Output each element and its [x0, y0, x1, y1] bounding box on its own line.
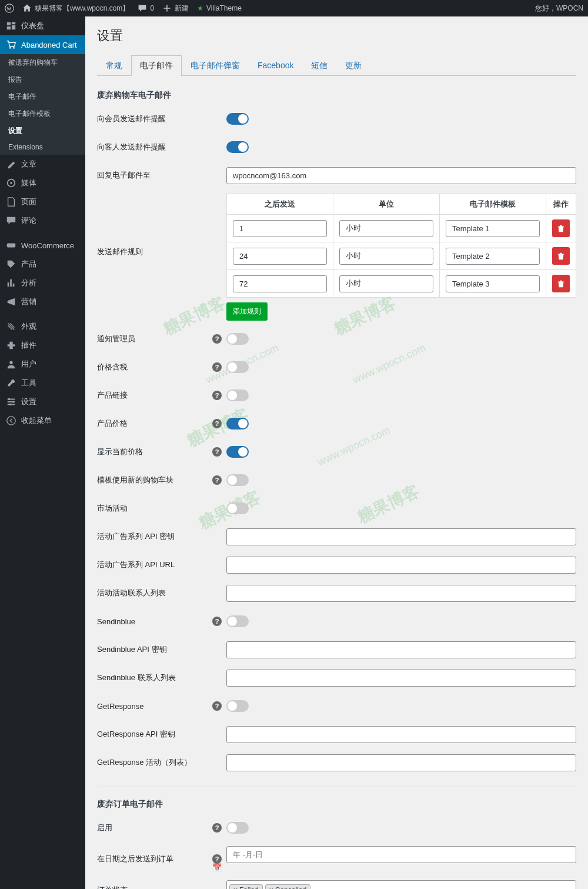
input-unit[interactable]: [339, 275, 433, 292]
label-sendinblue-api: Sendinblue API 密钥: [97, 644, 226, 655]
input-template[interactable]: [446, 248, 540, 265]
chip-remove-icon[interactable]: ×: [269, 886, 273, 889]
input-api-url[interactable]: [226, 557, 576, 574]
label-notify-admin: 通知管理员: [97, 334, 135, 344]
menu-dashboard[interactable]: 仪表盘: [0, 16, 85, 35]
help-icon[interactable]: ?: [212, 362, 222, 372]
menu-media[interactable]: 媒体: [0, 174, 85, 192]
menu-abandoned-cart[interactable]: Abandoned Cart: [0, 35, 85, 54]
wp-logo-icon[interactable]: [5, 4, 14, 13]
submenu-extensions[interactable]: Extensions: [0, 139, 85, 155]
delete-button[interactable]: [552, 275, 570, 292]
help-icon[interactable]: ?: [212, 447, 222, 457]
menu-appearance[interactable]: 外观: [0, 317, 85, 336]
calendar-icon[interactable]: 📅: [212, 863, 222, 872]
home-icon[interactable]: 糖果博客【www.wpocn.com】: [22, 4, 129, 14]
label-new-cart-block: 模板使用新的购物车块: [97, 475, 173, 485]
star-icon: ★: [197, 4, 203, 12]
submenu-email-template[interactable]: 电子邮件模板: [0, 105, 85, 122]
menu-comments[interactable]: 评论: [0, 211, 85, 230]
toggle-campaign[interactable]: [226, 502, 249, 514]
input-unit[interactable]: [339, 220, 433, 237]
input-sendinblue-list[interactable]: [226, 670, 576, 687]
help-icon[interactable]: ?: [212, 854, 222, 864]
help-icon[interactable]: ?: [212, 391, 222, 400]
input-sendinblue-api[interactable]: [226, 641, 576, 658]
input-reply-to[interactable]: [226, 167, 576, 184]
chip-cancelled[interactable]: ×Cancelled: [265, 884, 310, 889]
input-after[interactable]: [233, 248, 327, 265]
toggle-product-link[interactable]: [226, 389, 249, 401]
toggle-new-cart-block[interactable]: [226, 474, 249, 486]
input-getresponse-campaign[interactable]: [226, 754, 576, 771]
label-send-after-date: 在日期之后发送到订单: [97, 854, 173, 864]
delete-button[interactable]: [552, 247, 570, 265]
input-api-key[interactable]: [226, 528, 576, 545]
menu-products[interactable]: 产品: [0, 255, 85, 274]
menu-collapse[interactable]: 收起菜单: [0, 411, 85, 430]
toggle-price-tax[interactable]: [226, 361, 249, 373]
help-icon[interactable]: ?: [212, 419, 222, 428]
help-icon[interactable]: ?: [212, 334, 222, 344]
chip-remove-icon[interactable]: ×: [233, 886, 238, 889]
svg-point-7: [8, 398, 11, 401]
input-template[interactable]: [446, 220, 540, 237]
tab-sms[interactable]: 短信: [302, 55, 336, 76]
toggle-sendinblue[interactable]: [226, 615, 249, 627]
help-icon[interactable]: ?: [212, 475, 222, 485]
label-api-key: 活动广告系列 API 密钥: [97, 531, 226, 542]
label-reply-to: 回复电子邮件至: [97, 170, 226, 181]
submenu-email[interactable]: 电子邮件: [0, 88, 85, 105]
admin-bar: 糖果博客【www.wpocn.com】 0 新建 ★VillaTheme 您好，…: [0, 0, 588, 16]
menu-woocommerce[interactable]: WooCommerce: [0, 236, 85, 255]
greeting[interactable]: 您好，WPOCN: [535, 4, 583, 14]
submenu-abandoned[interactable]: 被遗弃的购物车: [0, 54, 85, 71]
toggle-notify-admin[interactable]: [226, 333, 249, 345]
tab-update[interactable]: 更新: [336, 55, 370, 76]
tab-facebook[interactable]: Facebook: [249, 55, 302, 76]
toggle-send-member[interactable]: [226, 113, 249, 125]
order-status-select[interactable]: ×Failed ×Cancelled: [226, 880, 576, 889]
toggle-getresponse[interactable]: [226, 700, 249, 712]
add-rule-button[interactable]: 添加规则: [226, 302, 268, 321]
menu-pages[interactable]: 页面: [0, 192, 85, 211]
submenu-settings[interactable]: 设置: [0, 122, 85, 139]
tab-email[interactable]: 电子邮件: [131, 55, 182, 76]
input-contact-list[interactable]: [226, 585, 576, 602]
new-button[interactable]: 新建: [162, 4, 189, 14]
svg-point-1: [9, 47, 11, 49]
comments-icon[interactable]: 0: [138, 4, 154, 13]
input-getresponse-api[interactable]: [226, 726, 576, 743]
menu-plugins[interactable]: 插件: [0, 336, 85, 355]
toggle-enable-order[interactable]: [226, 822, 249, 834]
menu-analytics[interactable]: 分析: [0, 274, 85, 292]
input-after[interactable]: [233, 220, 327, 237]
input-unit[interactable]: [339, 248, 433, 265]
section-cart-title: 废弃购物车电子邮件: [97, 90, 576, 101]
help-icon[interactable]: ?: [212, 617, 222, 626]
label-sendinblue: Sendinblue: [97, 617, 135, 626]
chip-failed[interactable]: ×Failed: [229, 884, 263, 889]
menu-users[interactable]: 用户: [0, 355, 85, 374]
input-after[interactable]: [233, 275, 327, 292]
label-sendinblue-list: Sendinblue 联系人列表: [97, 672, 226, 683]
submenu-report[interactable]: 报告: [0, 71, 85, 88]
menu-marketing[interactable]: 营销: [0, 292, 85, 311]
help-icon[interactable]: ?: [212, 701, 222, 711]
toggle-send-guest[interactable]: [226, 141, 249, 153]
rules-table: 之后发送 单位 电子邮件模板 操作: [226, 194, 576, 298]
input-template[interactable]: [446, 275, 540, 292]
input-date[interactable]: [226, 846, 576, 863]
menu-tools[interactable]: 工具: [0, 374, 85, 392]
settings-tabs: 常规 电子邮件 电子邮件弹窗 Facebook 短信 更新: [97, 55, 576, 76]
menu-settings[interactable]: 设置: [0, 392, 85, 411]
menu-posts[interactable]: 文章: [0, 155, 85, 174]
delete-button[interactable]: [552, 219, 570, 237]
toggle-show-current-price[interactable]: [226, 446, 249, 458]
toggle-product-price[interactable]: [226, 418, 249, 429]
tab-general[interactable]: 常规: [97, 55, 131, 76]
theme-link[interactable]: ★VillaTheme: [197, 4, 242, 12]
col-template: 电子邮件模板: [440, 194, 546, 215]
tab-popup[interactable]: 电子邮件弹窗: [182, 55, 249, 76]
help-icon[interactable]: ?: [212, 823, 222, 833]
